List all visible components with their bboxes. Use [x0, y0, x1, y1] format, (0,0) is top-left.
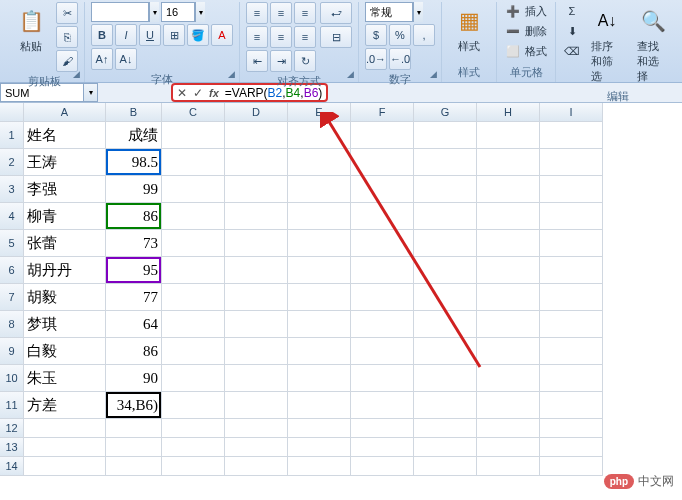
cell-H1[interactable] [477, 122, 540, 149]
row-header-3[interactable]: 3 [0, 176, 24, 203]
cell-E9[interactable] [288, 338, 351, 365]
cell-I9[interactable] [540, 338, 603, 365]
cell-D11[interactable] [225, 392, 288, 419]
align-top-button[interactable]: ≡ [246, 2, 268, 24]
cell-D13[interactable] [225, 438, 288, 457]
cell-I8[interactable] [540, 311, 603, 338]
cell-A12[interactable] [24, 419, 106, 438]
cancel-icon[interactable]: ✕ [177, 86, 187, 100]
cut-button[interactable]: ✂ [56, 2, 78, 24]
cell-C11[interactable] [162, 392, 225, 419]
underline-button[interactable]: U [139, 24, 161, 46]
cell-I11[interactable] [540, 392, 603, 419]
cell-B11[interactable]: 34,B6) [106, 392, 162, 419]
align-bottom-button[interactable]: ≡ [294, 2, 316, 24]
cell-G8[interactable] [414, 311, 477, 338]
cell-B2[interactable]: 98.5 [106, 149, 162, 176]
decrease-indent-button[interactable]: ⇤ [246, 50, 268, 72]
cell-A8[interactable]: 梦琪 [24, 311, 106, 338]
cell-F14[interactable] [351, 457, 414, 476]
cell-I1[interactable] [540, 122, 603, 149]
styles-button[interactable]: ▦ 样式 [448, 2, 490, 57]
clear-button[interactable]: ⌫ [562, 42, 582, 60]
col-header-H[interactable]: H [477, 103, 540, 122]
col-header-F[interactable]: F [351, 103, 414, 122]
cell-G1[interactable] [414, 122, 477, 149]
cell-E4[interactable] [288, 203, 351, 230]
cell-H13[interactable] [477, 438, 540, 457]
cell-E7[interactable] [288, 284, 351, 311]
cell-A4[interactable]: 柳青 [24, 203, 106, 230]
find-select-button[interactable]: 🔍 查找和选择 [632, 2, 674, 87]
cell-E14[interactable] [288, 457, 351, 476]
cell-F3[interactable] [351, 176, 414, 203]
row-header-5[interactable]: 5 [0, 230, 24, 257]
row-header-12[interactable]: 12 [0, 419, 24, 438]
cell-I14[interactable] [540, 457, 603, 476]
font-color-button[interactable]: A [211, 24, 233, 46]
cell-C14[interactable] [162, 457, 225, 476]
cell-D9[interactable] [225, 338, 288, 365]
cell-B7[interactable]: 77 [106, 284, 162, 311]
row-header-13[interactable]: 13 [0, 438, 24, 457]
select-all-corner[interactable] [0, 103, 24, 122]
cell-A11[interactable]: 方差 [24, 392, 106, 419]
cell-A9[interactable]: 白毅 [24, 338, 106, 365]
cell-C10[interactable] [162, 365, 225, 392]
format-button[interactable]: ⬜格式 [503, 42, 549, 60]
cell-A14[interactable] [24, 457, 106, 476]
cell-H6[interactable] [477, 257, 540, 284]
align-launcher[interactable]: ◢ [344, 68, 356, 80]
cell-F11[interactable] [351, 392, 414, 419]
cell-G11[interactable] [414, 392, 477, 419]
cell-D4[interactable] [225, 203, 288, 230]
cell-G6[interactable] [414, 257, 477, 284]
cell-E3[interactable] [288, 176, 351, 203]
row-header-4[interactable]: 4 [0, 203, 24, 230]
delete-button[interactable]: ➖删除 [503, 22, 549, 40]
cell-E2[interactable] [288, 149, 351, 176]
cell-H14[interactable] [477, 457, 540, 476]
row-header-10[interactable]: 10 [0, 365, 24, 392]
enter-icon[interactable]: ✓ [193, 86, 203, 100]
row-header-8[interactable]: 8 [0, 311, 24, 338]
cell-A13[interactable] [24, 438, 106, 457]
col-header-D[interactable]: D [225, 103, 288, 122]
increase-decimal-button[interactable]: .0→ [365, 48, 387, 70]
cell-I4[interactable] [540, 203, 603, 230]
currency-button[interactable]: $ [365, 24, 387, 46]
font-launcher[interactable]: ◢ [225, 68, 237, 80]
cell-I7[interactable] [540, 284, 603, 311]
cell-A10[interactable]: 朱玉 [24, 365, 106, 392]
cell-B4[interactable]: 86 [106, 203, 162, 230]
cell-D3[interactable] [225, 176, 288, 203]
cell-G13[interactable] [414, 438, 477, 457]
row-header-14[interactable]: 14 [0, 457, 24, 476]
wrap-text-button[interactable]: ⮐ [320, 2, 352, 24]
row-header-11[interactable]: 11 [0, 392, 24, 419]
cell-E13[interactable] [288, 438, 351, 457]
comma-button[interactable]: , [413, 24, 435, 46]
cell-G3[interactable] [414, 176, 477, 203]
cell-G12[interactable] [414, 419, 477, 438]
cell-B12[interactable] [106, 419, 162, 438]
cell-I2[interactable] [540, 149, 603, 176]
cell-F9[interactable] [351, 338, 414, 365]
cell-G14[interactable] [414, 457, 477, 476]
fill-button[interactable]: ⬇ [562, 22, 582, 40]
cell-E5[interactable] [288, 230, 351, 257]
cell-B6[interactable]: 95 [106, 257, 162, 284]
cell-H8[interactable] [477, 311, 540, 338]
cell-E10[interactable] [288, 365, 351, 392]
cell-D10[interactable] [225, 365, 288, 392]
cell-C13[interactable] [162, 438, 225, 457]
cell-I6[interactable] [540, 257, 603, 284]
cell-D5[interactable] [225, 230, 288, 257]
cell-B8[interactable]: 64 [106, 311, 162, 338]
cell-D2[interactable] [225, 149, 288, 176]
cell-F13[interactable] [351, 438, 414, 457]
fx-icon[interactable]: fx [209, 87, 219, 99]
cell-B14[interactable] [106, 457, 162, 476]
cell-C12[interactable] [162, 419, 225, 438]
cell-A7[interactable]: 胡毅 [24, 284, 106, 311]
